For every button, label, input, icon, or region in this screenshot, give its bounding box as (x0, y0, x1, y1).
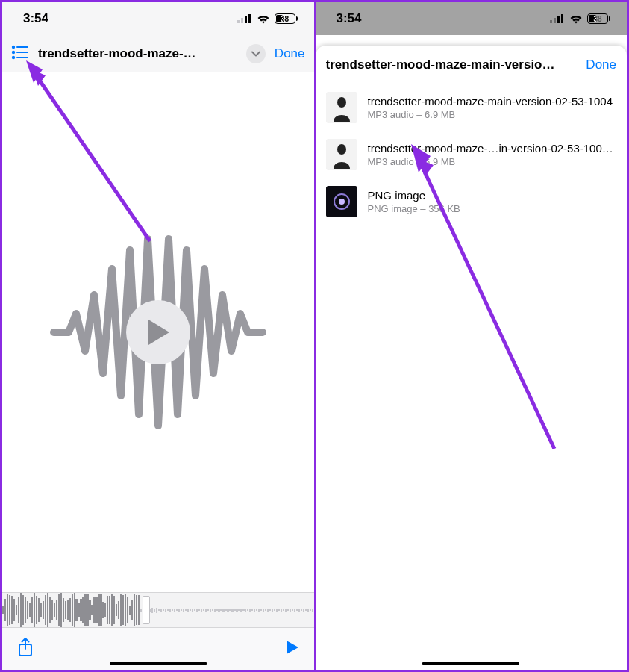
status-indicators: 38 (550, 13, 610, 24)
svg-rect-14 (550, 20, 552, 23)
svg-rect-1 (241, 18, 243, 23)
svg-point-21 (337, 144, 346, 155)
svg-rect-2 (245, 16, 247, 23)
svg-rect-3 (248, 14, 251, 23)
cellular-icon (550, 14, 565, 23)
home-indicator (110, 662, 207, 665)
svg-rect-0 (237, 20, 240, 23)
home-indicator (422, 662, 519, 665)
sheet-title: trendsetter-mood-maze-main-versio… (326, 57, 579, 72)
svg-rect-15 (554, 18, 556, 23)
svg-rect-16 (557, 16, 560, 23)
phone-left: 3:54 38 trendsetter-mood-maze-… (0, 0, 315, 672)
status-bar: 3:54 38 (316, 2, 628, 35)
wifi-icon (257, 14, 270, 24)
svg-point-6 (13, 51, 14, 52)
svg-point-24 (339, 199, 345, 205)
chevron-down-icon[interactable] (246, 44, 266, 63)
file-meta: MP3 audio – 6.9 MB (368, 109, 617, 120)
file-row[interactable]: PNG image PNG image – 356 KB (316, 178, 628, 225)
svg-point-8 (13, 56, 14, 57)
file-meta: PNG image – 356 KB (368, 203, 617, 214)
play-icon[interactable] (286, 640, 299, 658)
cellular-icon (237, 14, 252, 23)
done-button[interactable]: Done (275, 46, 305, 61)
file-name: PNG image (368, 189, 617, 202)
done-button[interactable]: Done (586, 57, 616, 72)
sheet-header: trendsetter-mood-maze-main-versio… Done (316, 46, 628, 84)
phone-right: 3:54 38 trendsetter-mood-maze-main-versi… (315, 0, 630, 672)
battery-icon: 38 (587, 13, 610, 24)
file-name: trendsetter-mood-maze-…in-version-02-53-… (368, 142, 617, 155)
file-list-sheet: trendsetter-mood-maze-main-versio… Done … (316, 46, 628, 670)
status-bar: 3:54 38 (2, 2, 314, 35)
file-thumb (326, 186, 357, 217)
svg-point-19 (337, 97, 346, 108)
status-time: 3:54 (23, 11, 48, 26)
list-icon[interactable] (11, 45, 29, 63)
status-indicators: 38 (237, 13, 298, 24)
preview-header: trendsetter-mood-maze-… Done (2, 35, 314, 72)
status-time: 3:54 (337, 11, 362, 26)
audio-timeline[interactable] (2, 592, 314, 628)
timeline-playhead[interactable] (143, 596, 150, 624)
file-row[interactable]: trendsetter-mood-maze-…in-version-02-53-… (316, 131, 628, 178)
svg-point-4 (13, 46, 14, 47)
share-icon[interactable] (17, 637, 34, 661)
audio-preview (2, 72, 314, 592)
file-meta: MP3 audio – 6.9 MB (368, 156, 617, 167)
file-name: trendsetter-mood-maze-main-version-02-53… (368, 95, 617, 108)
battery-icon: 38 (275, 13, 298, 24)
play-button[interactable] (126, 300, 190, 364)
preview-title: trendsetter-mood-maze-… (38, 46, 237, 61)
file-thumb (326, 139, 357, 170)
wifi-icon (569, 14, 583, 24)
svg-rect-17 (561, 14, 563, 23)
file-thumb (326, 92, 357, 123)
file-row[interactable]: trendsetter-mood-maze-main-version-02-53… (316, 84, 628, 131)
